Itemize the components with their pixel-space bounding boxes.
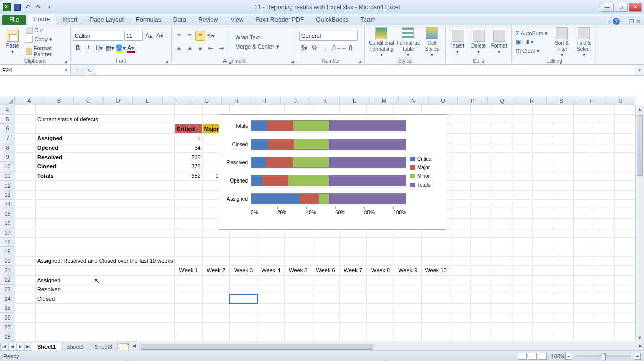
cell-B8[interactable]: Opened xyxy=(36,143,175,153)
column-header-u[interactable]: U xyxy=(606,96,635,105)
cell-R16[interactable] xyxy=(553,218,574,228)
cell-M26[interactable] xyxy=(450,313,471,323)
row-header-27[interactable]: 27 xyxy=(0,323,15,332)
orientation-icon[interactable]: ⟲▾ xyxy=(206,31,216,41)
cell-R23[interactable] xyxy=(553,285,574,294)
cell-G28[interactable] xyxy=(285,332,312,342)
row-header-15[interactable]: 15 xyxy=(0,209,15,219)
comma-format-icon[interactable]: , xyxy=(320,43,331,53)
align-right-icon[interactable]: ≡ xyxy=(195,43,205,53)
cell-K21[interactable]: Week 9 xyxy=(394,266,422,276)
name-box[interactable]: E24▼ xyxy=(0,65,71,75)
cell-R15[interactable] xyxy=(553,209,574,219)
paste-button[interactable]: Paste▾ xyxy=(2,27,23,57)
cell-P7[interactable] xyxy=(512,133,532,143)
cell-N12[interactable] xyxy=(471,181,491,191)
cell-R10[interactable] xyxy=(553,162,574,171)
cell-J21[interactable]: Week 8 xyxy=(366,266,394,276)
column-header-f[interactable]: F xyxy=(163,96,192,105)
normal-view-icon[interactable] xyxy=(518,353,527,360)
cell-T16[interactable] xyxy=(594,218,615,228)
format-cells-button[interactable]: Format▾ xyxy=(489,27,509,57)
cell-H18[interactable] xyxy=(312,238,339,247)
tab-insert[interactable]: Insert xyxy=(56,15,83,25)
fill-button[interactable]: ▣ Fill ▾ xyxy=(514,38,550,46)
border-button[interactable]: ▦▾ xyxy=(105,43,115,53)
row-header-28[interactable]: 28 xyxy=(0,332,15,342)
cell-P15[interactable] xyxy=(512,209,532,219)
cell-U27[interactable] xyxy=(615,323,635,332)
cell-S20[interactable] xyxy=(573,256,594,266)
cell-A16[interactable] xyxy=(15,218,36,228)
cell-L26[interactable] xyxy=(422,313,450,323)
row-header-24[interactable]: 24 xyxy=(0,294,15,304)
row-header-21[interactable]: 21 xyxy=(0,266,15,276)
sheet-tab-3[interactable]: Sheet3 xyxy=(89,343,118,350)
cell-B14[interactable] xyxy=(36,200,175,209)
cell-O16[interactable] xyxy=(491,218,512,228)
cell-U17[interactable] xyxy=(615,228,635,238)
workbook-close-icon[interactable]: ✕ xyxy=(636,18,641,25)
cell-C4[interactable] xyxy=(175,105,202,115)
cell-U26[interactable] xyxy=(615,313,635,323)
cell-styles-button[interactable]: Cell Styles▾ xyxy=(421,27,443,57)
cell-G25[interactable] xyxy=(285,303,312,313)
cell-P4[interactable] xyxy=(512,105,532,115)
cell-O22[interactable] xyxy=(491,275,512,285)
cell-B12[interactable] xyxy=(36,181,175,191)
column-header-p[interactable]: P xyxy=(458,96,487,105)
cell-F26[interactable] xyxy=(257,313,285,323)
cell-B22[interactable]: Assigned xyxy=(36,275,175,285)
cell-A11[interactable] xyxy=(15,171,36,181)
cell-F20[interactable] xyxy=(257,256,285,266)
cell-J23[interactable] xyxy=(366,285,394,294)
cell-R6[interactable] xyxy=(553,124,574,133)
cell-J20[interactable] xyxy=(366,256,394,266)
cell-A9[interactable] xyxy=(15,152,36,162)
expand-formula-icon[interactable]: ▾ xyxy=(635,65,644,75)
cell-E20[interactable] xyxy=(229,256,257,266)
cell-J22[interactable] xyxy=(366,275,394,285)
cell-D25[interactable] xyxy=(202,303,229,313)
cell-L27[interactable] xyxy=(422,323,450,332)
cell-R25[interactable] xyxy=(553,303,574,313)
cell-L19[interactable] xyxy=(422,247,450,256)
cell-U10[interactable] xyxy=(615,162,635,171)
cell-L24[interactable] xyxy=(422,294,450,304)
cell-N10[interactable] xyxy=(471,162,491,171)
increase-font-icon[interactable]: A▴ xyxy=(144,31,154,41)
vertical-scroll-thumb[interactable] xyxy=(637,115,643,176)
column-header-l[interactable]: L xyxy=(340,96,369,105)
cell-O11[interactable] xyxy=(491,171,512,181)
cell-J26[interactable] xyxy=(366,313,394,323)
cell-P16[interactable] xyxy=(512,218,532,228)
cell-A23[interactable] xyxy=(15,285,36,294)
cancel-formula-icon[interactable]: ✕ xyxy=(75,67,79,73)
cell-B23[interactable]: Resolved xyxy=(36,285,175,294)
cell-G24[interactable] xyxy=(285,294,312,304)
cell-C20[interactable] xyxy=(175,256,202,266)
cell-S21[interactable] xyxy=(573,266,594,276)
cell-H28[interactable] xyxy=(312,332,339,342)
sheet-nav-first[interactable]: |◀ xyxy=(0,343,8,351)
cell-S9[interactable] xyxy=(573,152,594,162)
cell-C6[interactable]: Critical xyxy=(175,124,202,133)
cell-M16[interactable] xyxy=(450,218,471,228)
bold-button[interactable]: B xyxy=(73,43,83,53)
enter-formula-icon[interactable]: ✓ xyxy=(81,67,86,73)
cell-D26[interactable] xyxy=(202,313,229,323)
cell-T26[interactable] xyxy=(594,313,615,323)
cell-S19[interactable] xyxy=(573,247,594,256)
cell-D21[interactable]: Week 2 xyxy=(202,266,229,276)
cell-C7[interactable]: 5 xyxy=(175,133,202,143)
cell-D19[interactable] xyxy=(202,247,229,256)
cell-S8[interactable] xyxy=(573,143,594,153)
cell-O27[interactable] xyxy=(491,323,512,332)
cell-M10[interactable] xyxy=(450,162,471,171)
decrease-indent-icon[interactable]: ⇤ xyxy=(206,43,216,53)
cell-A24[interactable] xyxy=(15,294,36,304)
cell-A13[interactable] xyxy=(15,190,36,200)
scroll-down-icon[interactable]: ▼ xyxy=(636,334,644,342)
cell-T21[interactable] xyxy=(594,266,615,276)
cell-U23[interactable] xyxy=(615,285,635,294)
